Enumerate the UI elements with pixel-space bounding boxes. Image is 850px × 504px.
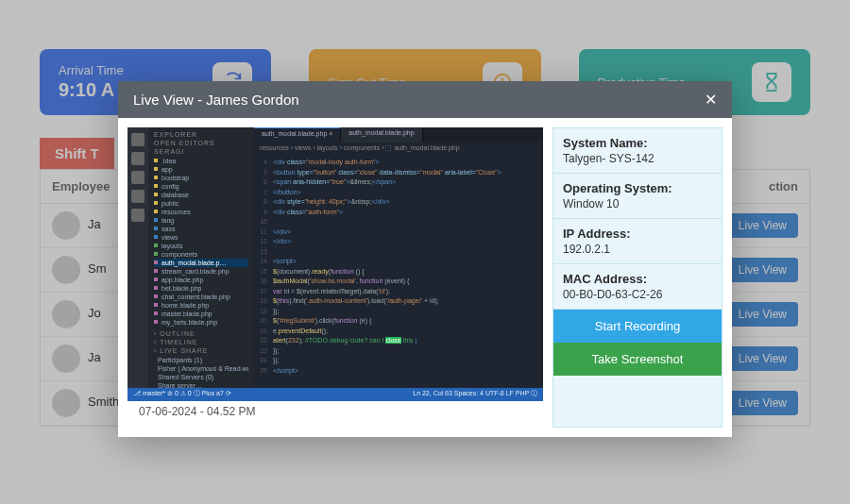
screenshot-timestamp: 07-06-2024 - 04.52 PM: [128, 401, 543, 428]
vscode-statusbar: ⎇ master* ⊘ 0 ⚠ 0 ⓘ Plus a7 ⟳ Ln 22, Col…: [128, 388, 543, 401]
take-screenshot-button[interactable]: Take Screenshot: [553, 343, 722, 376]
tree-item: layouts: [154, 242, 248, 250]
vscode-tabs: auth_modal.blade.php × auth_modal.blade.…: [254, 127, 543, 143]
tree-item: my_bets.blade.php: [154, 318, 248, 327]
tree-item: master.blade.php: [154, 310, 248, 318]
tree-item: config: [154, 182, 248, 191]
tree-item: public: [154, 199, 248, 208]
modal-header: Live View - James Gordon ✕: [118, 81, 732, 118]
tree-item: stream_card.blade.php: [154, 267, 248, 276]
tree-item: app.blade.php: [154, 276, 248, 284]
tree-item: database: [154, 191, 248, 199]
modal-title: Live View - James Gordon: [133, 92, 299, 108]
info-section: Operating System:Window 10: [553, 174, 722, 219]
tree-item: resources: [154, 208, 248, 216]
close-icon[interactable]: ✕: [705, 91, 717, 109]
tree-item: .idea: [154, 157, 248, 165]
files-icon: [131, 133, 144, 146]
tree-item: bet.blade.php: [154, 284, 248, 293]
tree-item: app: [154, 165, 248, 174]
info-section: System Name:Talygen- SYS-142: [553, 128, 722, 174]
live-view-modal: Live View - James Gordon ✕ EXPLORER OPEN…: [118, 81, 732, 437]
git-icon: [131, 171, 144, 184]
tree-item: chat_content.blade.php: [154, 293, 248, 301]
tree-item: sass: [154, 225, 248, 233]
remote-screen: EXPLORER OPEN EDITORS SERAGI .ideaappboo…: [128, 127, 543, 401]
tree-item: components: [154, 250, 248, 259]
breadcrumb: resources › views › layouts › components…: [254, 143, 466, 154]
tree-item: lang: [154, 216, 248, 225]
search-icon: [131, 152, 144, 165]
tree-item: bootstrap: [154, 174, 248, 182]
extensions-icon: [131, 209, 144, 222]
code-editor: 4<div class="modal-body auth-form">5 <bu…: [254, 156, 543, 388]
debug-icon: [131, 190, 144, 203]
info-section: IP Address:192.0.2.1: [553, 219, 722, 264]
start-recording-button[interactable]: Start Recording: [553, 310, 722, 343]
tree-item: views: [154, 233, 248, 242]
vscode-activitybar: [128, 127, 148, 401]
tree-item: home.blade.php: [154, 301, 248, 310]
system-info-panel: System Name:Talygen- SYS-142Operating Sy…: [552, 127, 722, 428]
info-section: MAC Address:00-B0-D0-63-C2-26: [553, 264, 722, 310]
vscode-explorer: EXPLORER OPEN EDITORS SERAGI .ideaappboo…: [148, 127, 254, 388]
tree-item: auth_modal.blade.p…: [154, 259, 248, 267]
